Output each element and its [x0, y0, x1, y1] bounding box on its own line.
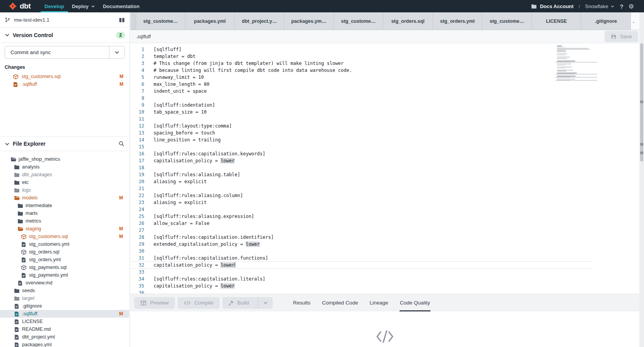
code-editor[interactable]: 1 [sqlfluff] 2 templater = dbt 3 # This … [130, 43, 639, 294]
code-line[interactable]: 4 # because linting will first compile d… [130, 67, 593, 74]
editor-tab-stg-custome[interactable]: stg_custome… [136, 12, 185, 30]
code-line[interactable]: 2 templater = dbt [130, 53, 593, 60]
file-search-icon[interactable] [118, 141, 125, 147]
file-tree-item-stg-orders-yml[interactable]: stg_orders.yml [0, 256, 129, 264]
code-line[interactable]: 13 spacing_before = touch [130, 129, 593, 136]
code-line[interactable]: 29 extended_capitalisation_policy = lowe… [130, 241, 593, 248]
settings-gear-icon[interactable]: ⚙ [629, 3, 634, 10]
code-line[interactable]: 14 line_position = trailing [130, 136, 593, 143]
file-tree-item-staging[interactable]: staging M [0, 225, 129, 233]
file-tree-item-license[interactable]: LICENSE [0, 318, 129, 325]
file-explorer-header[interactable]: File Explorer [0, 136, 129, 151]
file-tree-item-logs[interactable]: logs [0, 186, 129, 194]
build-button[interactable]: Build [222, 297, 273, 309]
file-tree-item-stg-payments-sql[interactable]: stg_payments.sql [0, 264, 129, 271]
editor-tab-dbt-project-y[interactable]: dbt_project.y… [235, 12, 284, 30]
save-button[interactable]: Save [605, 31, 638, 42]
code-line[interactable]: 3 # This change (from jinja to dbt templ… [130, 60, 593, 67]
code-line[interactable]: 21 [130, 185, 593, 192]
panel-tab-lineage[interactable]: Lineage [370, 294, 388, 311]
code-line[interactable]: 15 [130, 143, 593, 150]
file-tree-item-stg-customers-yml[interactable]: stg_customers.yml [0, 240, 129, 248]
layout-columns-icon[interactable] [119, 17, 125, 23]
file-tree-item-stg-payments-yml[interactable]: stg_payments.yml [0, 271, 129, 279]
editor-tab-active-partial[interactable]: . [631, 12, 640, 30]
editor-tab-stg-custome[interactable]: stg_custome… [482, 12, 532, 30]
file-tree-item-intermediate[interactable]: intermediate [0, 202, 129, 209]
version-control-header[interactable]: Version Control 2 [0, 28, 130, 43]
file-tree-item-etc[interactable]: etc [0, 179, 129, 186]
changed-file-stg-customers-sql[interactable]: stg_customers.sql M [0, 73, 130, 80]
file-tree-item-seeds[interactable]: seeds [0, 287, 129, 294]
code-line[interactable]: 33 [130, 269, 593, 276]
editor-scrollbar[interactable] [639, 12, 644, 347]
editor-tab-gitignore[interactable]: .gitignore [581, 12, 631, 30]
editor-tab-stg-custome[interactable]: stg_custome… [334, 12, 383, 30]
dbt-logo[interactable]: dbt [0, 0, 41, 12]
code-line[interactable]: 5 runaway_limit = 10 [130, 74, 593, 81]
code-line[interactable]: 10 tab_space_size = 10 [130, 109, 593, 116]
code-line[interactable]: 26 allow_scalar = False [130, 220, 593, 227]
code-line[interactable]: 11 [130, 116, 593, 122]
commit-and-sync-button[interactable]: Commit and sync [5, 46, 109, 58]
editor-tab-packages-ym[interactable]: packages.ym… [284, 12, 334, 30]
editor-tab-packages-yml[interactable]: packages.yml [185, 12, 235, 30]
commit-options-dropdown[interactable] [109, 46, 125, 58]
file-tree-item-metrics[interactable]: metrics [0, 217, 129, 225]
file-tree-item-jaffle-shop-metrics[interactable]: jaffle_shop_metrics [0, 155, 129, 163]
file-tree-item-dbt-project-yml[interactable]: dbt_project.yml [0, 333, 129, 341]
code-line[interactable]: 28 [sqlfluff:rules:capitalisation.identi… [130, 234, 593, 241]
code-line[interactable]: 22 [sqlfluff:rules:aliasing.column] [130, 192, 593, 199]
file-tree-item-analysis[interactable]: analysis [0, 163, 129, 171]
changed-file-sqlfluff[interactable]: .sqlfluff M [0, 80, 130, 88]
code-line[interactable]: 24 [130, 206, 593, 213]
file-tree-item-overview-md[interactable]: overview.md [0, 279, 129, 287]
code-line[interactable]: 18 [130, 164, 593, 171]
file-tree-item-packages-yml[interactable]: packages.yml [0, 341, 129, 347]
code-line[interactable]: 7 indent_unit = space [130, 88, 593, 95]
code-line[interactable]: 20 aliasing = explicit [130, 178, 593, 185]
panel-tab-results[interactable]: Results [293, 294, 311, 311]
editor-tab-license[interactable]: LICENSE [532, 12, 581, 30]
code-line[interactable]: 27 [130, 227, 593, 234]
code-line[interactable]: 23 aliasing = explicit [130, 199, 593, 206]
code-line[interactable]: 34 [sqlfluff:rules:capitalisation.litera… [130, 276, 593, 282]
file-tree-item-stg-orders-sql[interactable]: stg_orders.sql [0, 248, 129, 256]
file-tree-item-target[interactable]: target [0, 294, 129, 302]
menu-item-documentation[interactable]: Documentation [99, 0, 143, 12]
panel-tab-compiled-code[interactable]: Compiled Code [322, 294, 358, 311]
build-options-dropdown[interactable] [258, 297, 273, 309]
code-line[interactable]: 32 capitalisation_policy = lower [130, 262, 593, 269]
editor-tab-stg-orders-sql[interactable]: stg_orders.sql [383, 12, 433, 30]
code-line[interactable]: 35 capitalisation_policy = lower [130, 282, 593, 289]
help-icon[interactable]: ? [620, 3, 623, 10]
code-line[interactable]: 30 [130, 248, 593, 255]
code-line[interactable]: 17 capitalisation_policy = lower [130, 157, 593, 164]
code-line[interactable]: 25 [sqlfluff:rules:aliasing.expression] [130, 213, 593, 220]
file-tree-item-dbt-packages[interactable]: dbt_packages [0, 171, 129, 179]
file-tree-item-stg-customers-sql[interactable]: stg_customers.sql M [0, 233, 129, 240]
file-tree-item-models[interactable]: models M [0, 194, 129, 202]
code-line[interactable]: 1 [sqlfluff] [130, 46, 593, 53]
code-line[interactable]: 31 [sqlfluff:rules:capitalisation.functi… [130, 255, 593, 262]
code-line[interactable]: 8 [130, 95, 593, 102]
file-tree-item-sqlfluff[interactable]: .sqlfluff M [0, 310, 129, 318]
account-selector[interactable]: Docs Account [531, 3, 574, 9]
code-line[interactable]: 6 max_line_length = 80 [130, 81, 593, 88]
panel-tab-code-quality[interactable]: Code Quality [400, 294, 430, 311]
editor-tab-stg-orders-yml[interactable]: stg_orders.yml [433, 12, 482, 30]
menu-item-deploy[interactable]: Deploy [68, 0, 99, 12]
connection-selector[interactable]: Snowflake [585, 3, 615, 9]
file-tree-item-readme-md[interactable]: README.md [0, 325, 129, 333]
file-tree-item-marts[interactable]: marts [0, 209, 129, 217]
preview-button[interactable]: Preview [134, 297, 175, 309]
code-line[interactable]: 19 [sqlfluff:rules:aliasing.table] [130, 171, 593, 178]
code-line[interactable]: 12 [sqlfluff:layout:type:comma] [130, 122, 593, 129]
code-line[interactable]: 36 [130, 289, 593, 294]
file-tree-item-gitignore[interactable]: .gitignore [0, 302, 129, 310]
menu-item-develop[interactable]: Develop [41, 0, 68, 12]
editor-minimap[interactable] [557, 46, 596, 82]
code-line[interactable]: 9 [sqlfluff:indentation] [130, 102, 593, 109]
git-branch-row[interactable]: mw-test-idev1.1 [0, 12, 130, 28]
compile-button[interactable]: Compile [178, 297, 220, 309]
